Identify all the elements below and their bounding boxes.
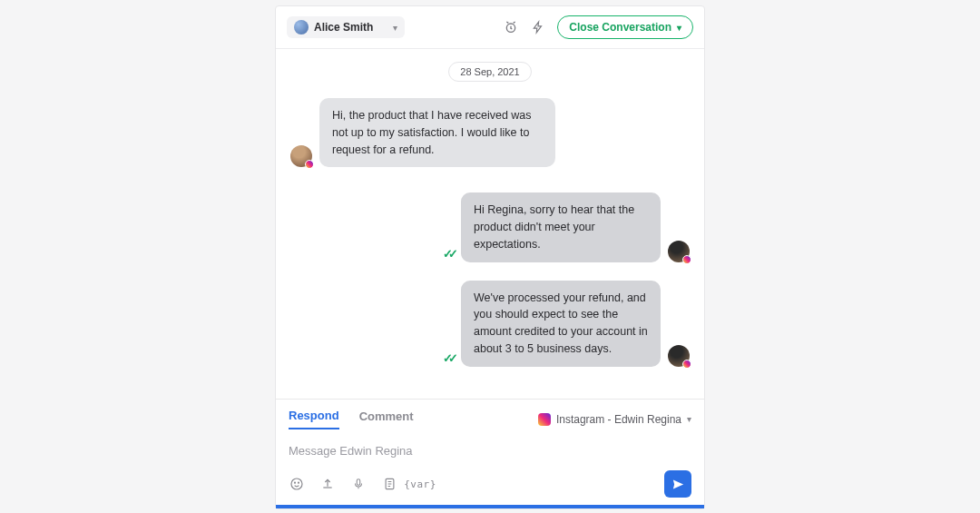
date-separator: 28 Sep, 2021: [448, 62, 531, 82]
assignee-selector[interactable]: Alice Smith ▾: [287, 16, 405, 38]
channel-selector[interactable]: Instagram - Edwin Regina ▾: [538, 413, 691, 426]
instagram-icon: [538, 413, 551, 426]
close-conversation-button[interactable]: Close Conversation ▾: [557, 15, 693, 39]
upload-icon[interactable]: [319, 476, 336, 492]
message-bubble: Hi, the product that I have received was…: [319, 98, 555, 167]
message-bubble: We've processed your refund, and you sho…: [461, 281, 661, 367]
assignee-name: Alice Smith: [314, 21, 373, 34]
contact-avatar: [290, 145, 312, 167]
snooze-icon[interactable]: [503, 19, 519, 35]
microphone-icon[interactable]: [350, 476, 367, 492]
message-input[interactable]: Message Edwin Regina: [289, 429, 691, 470]
channel-label: Instagram - Edwin Regina: [556, 413, 681, 426]
svg-point-3: [299, 482, 299, 483]
send-button[interactable]: [664, 470, 691, 498]
agent-avatar: [668, 345, 690, 367]
message-bubble: Hi Regina, sorry to hear that the produc…: [461, 192, 661, 261]
read-receipt-icon: ✓✓: [443, 351, 454, 365]
message-row-outbound: ✓✓ We've processed your refund, and you …: [290, 281, 690, 367]
svg-point-2: [295, 482, 296, 483]
svg-point-1: [291, 478, 302, 489]
composer-tabs: Respond Comment Instagram - Edwin Regina…: [289, 409, 691, 429]
accent-bar: [276, 505, 704, 508]
conversation-window: Alice Smith ▾ Close Conversation ▾ 2: [275, 5, 705, 509]
bolt-icon[interactable]: [530, 19, 546, 35]
tab-comment[interactable]: Comment: [359, 409, 414, 429]
instagram-badge-icon: [682, 255, 691, 264]
svg-rect-4: [357, 479, 360, 485]
emoji-icon[interactable]: [289, 476, 305, 492]
composer: Respond Comment Instagram - Edwin Regina…: [276, 399, 704, 505]
variable-icon[interactable]: {var}: [412, 476, 428, 492]
instagram-badge-icon: [305, 160, 314, 169]
composer-toolbar: {var}: [289, 470, 691, 498]
chevron-down-icon: ▾: [677, 23, 681, 33]
date-separator-row: 28 Sep, 2021: [290, 62, 690, 82]
tab-respond[interactable]: Respond: [289, 409, 339, 429]
close-conversation-label: Close Conversation: [569, 21, 671, 34]
snippet-icon[interactable]: [381, 476, 397, 492]
chevron-down-icon: ▾: [687, 414, 691, 424]
header-actions: Close Conversation ▾: [503, 15, 693, 39]
conversation-header: Alice Smith ▾ Close Conversation ▾: [276, 6, 704, 49]
chevron-down-icon: ▾: [393, 23, 397, 33]
agent-avatar: [668, 241, 690, 262]
message-row-inbound: Hi, the product that I have received was…: [290, 98, 690, 167]
message-row-outbound: ✓✓ Hi Regina, sorry to hear that the pro…: [290, 192, 690, 261]
conversation-body: 28 Sep, 2021 Hi, the product that I have…: [276, 49, 704, 399]
instagram-badge-icon: [682, 360, 691, 369]
read-receipt-icon: ✓✓: [443, 247, 454, 261]
assignee-avatar: [294, 20, 309, 35]
